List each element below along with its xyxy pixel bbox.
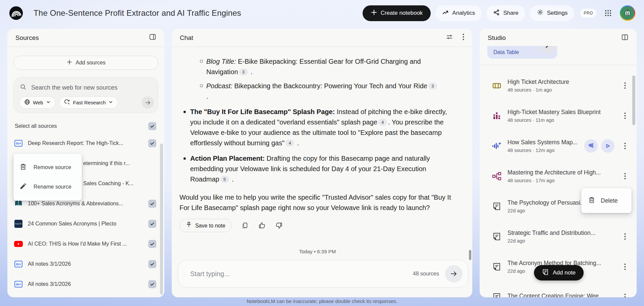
analytics-button[interactable]: Analytics xyxy=(435,5,482,21)
chevron-down-icon xyxy=(46,100,51,105)
search-filters: Web Fast Research xyxy=(19,96,154,109)
tune-icon[interactable] xyxy=(446,33,453,42)
source-row[interactable]: PLECTO 24 Common Sales Acronyms | Plecto xyxy=(13,214,158,234)
kebab-icon[interactable] xyxy=(621,111,629,121)
chat-input-bar: 48 sources xyxy=(178,260,468,288)
share-icon xyxy=(493,9,500,17)
audio-waveform-icon xyxy=(492,141,502,151)
search-input[interactable] xyxy=(31,84,153,91)
select-all-checkbox[interactable] xyxy=(148,122,156,130)
research-mode-chip[interactable]: Fast Research xyxy=(59,96,118,109)
studio-item[interactable]: How Sales Systems Map...48 sources · 12m… xyxy=(480,131,637,161)
kebab-icon[interactable] xyxy=(621,141,629,151)
kebab-icon[interactable] xyxy=(621,262,629,272)
chat-header: Chat xyxy=(172,29,472,47)
note-add-icon xyxy=(542,269,549,277)
notebooklm-logo[interactable] xyxy=(9,6,23,20)
sources-scrollbar[interactable] xyxy=(160,144,163,295)
globe-icon xyxy=(24,99,30,106)
studio-title: Studio xyxy=(488,34,506,42)
add-sources-button[interactable]: Add sources xyxy=(13,56,158,70)
pin-icon xyxy=(186,220,192,231)
circle-bullet-icon xyxy=(200,60,203,63)
collapse-panel-icon[interactable] xyxy=(149,33,156,42)
thumb-down-icon[interactable] xyxy=(275,221,283,230)
notebook-title: The One-Sentence Profit Extractor and AI… xyxy=(34,8,241,18)
pro-badge: PRO xyxy=(580,9,596,17)
interactive-mode-button[interactable] xyxy=(584,139,598,153)
source-row[interactable]: AI CEO: THIS is How I'd Make My First ..… xyxy=(13,234,158,254)
apps-grid-icon[interactable] xyxy=(603,8,613,18)
plecto-favicon: PLECTO xyxy=(14,219,23,228)
thumb-up-icon[interactable] xyxy=(258,221,266,230)
note-doc-icon xyxy=(492,232,502,242)
avatar[interactable] xyxy=(620,5,635,21)
send-button[interactable] xyxy=(445,265,463,283)
note-doc-icon xyxy=(492,292,502,297)
note-icon: m+ xyxy=(14,139,23,148)
source-row[interactable]: m+ Deep Research Report: The High-Tick..… xyxy=(13,133,158,153)
source-checkbox[interactable] xyxy=(148,220,156,228)
plus-icon xyxy=(371,9,377,17)
delete-menu-item[interactable]: Delete xyxy=(581,188,632,213)
top-bar-actions: Create notebook Analytics Share Settings… xyxy=(363,5,635,21)
sparkle-search-icon xyxy=(64,99,70,106)
citation-chip[interactable]: 3 xyxy=(428,83,437,90)
kebab-icon[interactable] xyxy=(621,292,629,297)
source-checkbox[interactable] xyxy=(148,240,156,248)
add-note-button[interactable]: Add note xyxy=(534,265,584,280)
web-search-box: Web Fast Research xyxy=(13,77,158,113)
search-submit-button[interactable] xyxy=(142,96,154,109)
source-checkbox[interactable] xyxy=(148,260,156,268)
citation-chip[interactable]: 3 xyxy=(239,68,248,75)
create-notebook-button[interactable]: Create notebook xyxy=(363,5,431,21)
citation-chip[interactable]: 4 xyxy=(378,119,387,126)
kebab-icon[interactable] xyxy=(463,34,464,42)
circle-bullet-icon xyxy=(200,84,203,87)
disclaimer-text: NotebookLM can be inaccurate; please dou… xyxy=(0,298,644,304)
share-button[interactable]: Share xyxy=(486,5,525,21)
studio-panel: Studio Data Table High Ticket Architectu… xyxy=(480,29,637,297)
web-filter-chip[interactable]: Web xyxy=(19,96,56,109)
divider xyxy=(480,65,637,65)
citation-chip[interactable]: 4 xyxy=(285,140,294,147)
trending-up-icon xyxy=(442,9,449,17)
save-to-note-button[interactable]: Save to note xyxy=(179,219,232,232)
kebab-icon[interactable] xyxy=(621,232,629,242)
youtube-favicon xyxy=(14,240,23,248)
flashcards-icon xyxy=(492,81,502,91)
studio-item[interactable]: High-Ticket Mastery Sales Blueprint48 so… xyxy=(480,101,637,131)
studio-item[interactable]: High Ticket Architecture48 sources · 1m … xyxy=(480,70,637,101)
kebab-icon[interactable] xyxy=(621,81,629,91)
source-row[interactable]: m+ All notes 3/1/2026 xyxy=(13,274,158,294)
kebab-icon[interactable] xyxy=(621,171,629,181)
source-checkbox[interactable] xyxy=(148,139,156,147)
source-row[interactable]: m+ All notes 3/1/2026 xyxy=(13,254,158,274)
rename-source-menu-item[interactable]: Rename source xyxy=(13,177,82,197)
plus-icon xyxy=(66,59,72,66)
note-icon: m+ xyxy=(14,260,23,268)
play-button[interactable] xyxy=(601,139,614,153)
source-checkbox[interactable] xyxy=(148,200,156,208)
settings-button[interactable]: Settings xyxy=(530,5,574,21)
note-icon: m+ xyxy=(14,280,23,289)
citation-chip[interactable]: 5 xyxy=(220,176,229,183)
chat-bullet: The "Buy It For Life Basecamp" Splash Pa… xyxy=(183,107,449,148)
chat-sub-bullet: Podcast: Bikepacking the Backcountry: Po… xyxy=(200,81,439,102)
sources-title: Sources xyxy=(15,34,39,42)
studio-item[interactable]: The Content Creation Engine: Wee... xyxy=(480,282,637,297)
studio-scrollbar[interactable] xyxy=(632,75,635,125)
chat-scrollbar[interactable] xyxy=(469,250,471,260)
collapse-panel-icon[interactable] xyxy=(621,34,629,43)
note-doc-icon xyxy=(492,201,502,211)
remove-source-menu-item[interactable]: Remove source xyxy=(13,158,82,177)
chat-input[interactable] xyxy=(190,270,413,278)
source-count-label: 48 sources xyxy=(413,271,439,277)
source-checkbox[interactable] xyxy=(148,280,156,288)
chat-bullet: Action Plan Placement: Drafting the copy… xyxy=(183,153,449,185)
studio-item[interactable]: Strategic Traffic and Distribution...22d… xyxy=(480,221,637,252)
studio-item[interactable]: Mastering the Architecture of High...48 … xyxy=(480,161,637,191)
copy-icon[interactable] xyxy=(241,221,249,230)
arrow-icon xyxy=(545,46,550,48)
chat-date-divider: Today • 6:39 PM xyxy=(179,246,455,257)
